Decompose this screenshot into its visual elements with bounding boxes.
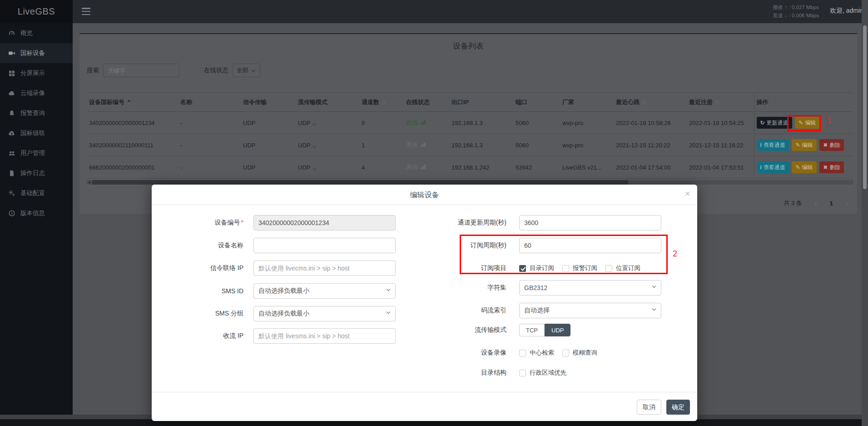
modal-header: 编辑设备 × — [152, 185, 697, 205]
admin-region-priority-checkbox[interactable] — [519, 370, 526, 376]
col-name: 名称 — [178, 93, 241, 112]
edit-icon: ✎ — [795, 142, 800, 148]
cell-channels: 4 — [359, 156, 404, 179]
cell-port: 53942 — [513, 156, 560, 179]
field-channel-refresh: 通道更新周期(秒) — [370, 215, 661, 231]
fuzzy-query-checkbox[interactable] — [562, 350, 569, 356]
scrollbar-thumb[interactable] — [863, 25, 867, 189]
gauge-icon — [8, 30, 15, 37]
col-stream-mode: 流传输模式 — [296, 93, 359, 112]
page-scrollbar[interactable] — [862, 0, 868, 426]
cell-heartbeat: 2021-12-15 11:20:22 — [614, 134, 687, 156]
prev-page-icon[interactable]: ‹ — [815, 200, 817, 207]
charset-select[interactable]: GB2312 — [519, 280, 661, 296]
cell-stream-mode[interactable]: UDP — [296, 134, 359, 156]
net-recv: 接收 ↑ : 0.027 Mbps — [773, 3, 819, 11]
col-channels[interactable]: 通道数 — [359, 93, 404, 112]
cell-online-status: 离线 — [404, 134, 449, 156]
grid-icon — [8, 70, 15, 77]
welcome-user[interactable]: 欢迎, admin — [830, 7, 863, 15]
sidebar-item-gb-devices[interactable]: 国标设备 — [0, 43, 73, 63]
col-device-id[interactable]: 设备国标编号 — [87, 93, 178, 112]
search-input[interactable] — [103, 64, 179, 77]
scrollbar-thumb[interactable] — [92, 180, 628, 185]
field-stream-index: 码流索引 自动选择 — [370, 303, 661, 318]
col-vendor: 厂家 — [560, 93, 614, 112]
channel-refresh-input[interactable] — [519, 215, 661, 231]
cell-channels: 0 — [359, 112, 404, 134]
scroll-left-arrow-icon[interactable] — [88, 181, 90, 184]
table-header-row: 设备国标编号 名称 信令传输 流传输模式 通道数 在线状态 出口IP 端口 厂家… — [87, 93, 853, 112]
sidebar-item-alarm-query[interactable]: 报警查询 — [0, 103, 73, 123]
sidebar-item-gb-cascade[interactable]: 国标级联 — [0, 123, 73, 143]
delete-icon: ✖ — [823, 164, 828, 170]
stream-index-select[interactable]: 自动选择 — [519, 303, 661, 318]
hamburger-menu-icon[interactable] — [82, 8, 90, 15]
delete-button[interactable]: ✖删除 — [819, 161, 844, 173]
cell-online-status[interactable]: 在线 — [404, 112, 449, 134]
edit-button[interactable]: ✎编辑 — [792, 139, 816, 151]
field-sms-id: SMS ID 自动选择负载最小 — [162, 283, 396, 299]
cell-actions: i查看通道 ✎编辑 ✖删除 — [754, 156, 853, 179]
refresh-icon: ↻ — [760, 120, 765, 126]
refresh-channels-button[interactable]: ↻更新通道 — [757, 117, 792, 129]
chevron-down-icon — [252, 68, 255, 71]
ok-button[interactable]: 确定 — [666, 400, 690, 415]
cell-actions: i查看通道 ✎编辑 ✖删除 — [754, 134, 853, 156]
sort-icon — [715, 100, 719, 105]
delete-button[interactable]: ✖删除 — [819, 139, 844, 151]
center-search-checkbox[interactable] — [519, 350, 526, 356]
table-row: 66620000002000000001 - UDP UDP 4 离线 192.… — [87, 156, 853, 179]
page-title: 设备列表 — [79, 41, 857, 51]
alarm-subscribe-checkbox[interactable] — [562, 265, 569, 272]
cell-registered: 2022-01-18 10:54:25 — [687, 112, 754, 134]
sort-icon — [642, 100, 646, 105]
col-signal: 信令传输 — [241, 93, 296, 112]
online-status-select[interactable]: 全部 — [233, 64, 260, 77]
sidebar-item-version-info[interactable]: 版本信息 — [0, 203, 73, 223]
horizontal-scrollbar[interactable] — [87, 180, 853, 185]
edit-button[interactable]: ✎编辑 — [792, 161, 816, 173]
bell-icon — [8, 110, 15, 117]
file-icon — [8, 170, 15, 177]
close-icon[interactable]: × — [685, 189, 690, 198]
brand-logo: LiveGBS — [0, 0, 73, 23]
cell-signal: UDP — [241, 112, 296, 134]
field-device-id: 设备编号* — [162, 215, 396, 231]
cell-stream-mode[interactable]: UDP — [296, 156, 359, 179]
cell-registered: 2021-12-15 11:16:22 — [687, 134, 754, 156]
sort-icon — [382, 100, 386, 105]
cell-vendor: LiveGBS v21... — [560, 156, 614, 179]
sidebar-item-user-management[interactable]: 用户管理 — [0, 143, 73, 163]
subscribe-period-input[interactable] — [519, 238, 661, 253]
chevron-down-icon — [652, 284, 656, 288]
cell-stream-mode[interactable]: UDP — [296, 112, 359, 134]
arrow-down-icon: ↓ — [785, 13, 788, 18]
cancel-button[interactable]: 取消 — [637, 400, 661, 415]
info-circle-icon — [8, 210, 15, 217]
col-heartbeat[interactable]: 最近心跳 — [614, 93, 687, 112]
cell-signal: UDP — [241, 156, 296, 179]
view-channels-button[interactable]: i查看通道 — [757, 161, 789, 173]
col-registered[interactable]: 最近注册 — [687, 93, 754, 112]
view-channels-button[interactable]: i查看通道 — [757, 139, 789, 151]
catalog-subscribe-checkbox[interactable] — [519, 265, 526, 272]
sidebar-item-overview[interactable]: 概览 — [0, 23, 73, 43]
field-subscribe-items: 订阅项目 目录订阅 报警订阅 位置订阅 — [370, 261, 649, 276]
arrow-up-icon: ↑ — [785, 5, 788, 10]
gears-icon — [8, 190, 15, 197]
tcp-toggle-button[interactable]: TCP — [519, 324, 545, 336]
cell-vendor: wvp-pro — [560, 112, 614, 134]
next-page-icon[interactable]: › — [846, 200, 848, 207]
udp-toggle-button[interactable]: UDP — [545, 324, 570, 336]
position-subscribe-checkbox[interactable] — [605, 265, 612, 272]
chevron-down-icon — [312, 121, 316, 125]
current-page[interactable]: 1 — [830, 200, 833, 207]
field-device-record: 设备录像 中心检索 模糊查询 — [370, 345, 605, 361]
sidebar-item-cloud-record[interactable]: 云端录像 — [0, 83, 73, 103]
sidebar-item-operation-log[interactable]: 操作日志 — [0, 163, 73, 183]
edit-button[interactable]: ✎编辑 — [795, 117, 819, 129]
sidebar-item-basic-config[interactable]: 基础配置 — [0, 183, 73, 203]
sidebar-item-split-screen[interactable]: 分屏展示 — [0, 63, 73, 83]
cell-device-id: 34020000002000001234 — [87, 112, 178, 134]
